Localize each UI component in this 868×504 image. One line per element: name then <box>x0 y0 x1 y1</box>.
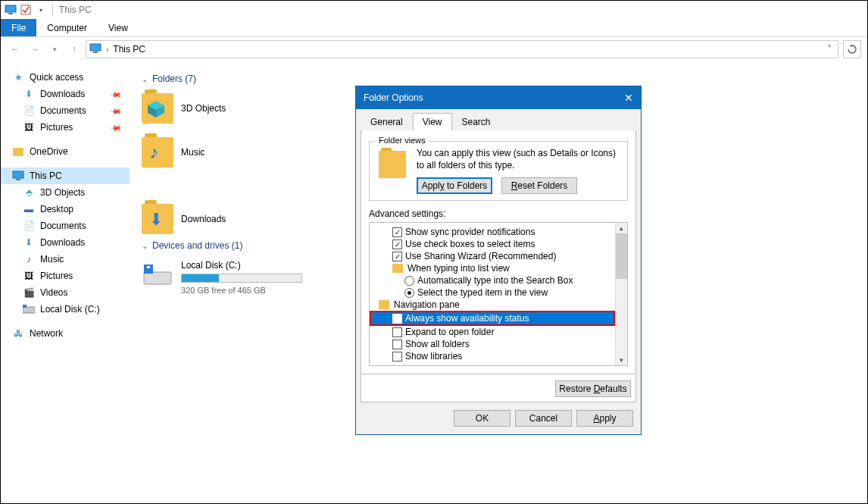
ok-button[interactable]: OK <box>454 410 510 427</box>
tab-view[interactable]: View <box>413 113 452 131</box>
tab-general[interactable]: General <box>361 113 413 131</box>
opt-auto-search[interactable]: Automatically type into the Search Box <box>371 274 614 286</box>
folder-views-icon <box>379 151 406 178</box>
nav-onedrive[interactable]: OneDrive <box>1 143 130 160</box>
opt-sync-notifications[interactable]: Show sync provider notifications <box>371 226 614 238</box>
folder-icon <box>142 93 173 124</box>
tab-view[interactable]: View <box>98 19 139 36</box>
scroll-thumb[interactable] <box>616 233 627 279</box>
checkbox-icon[interactable] <box>392 252 402 261</box>
window-title: This PC <box>59 5 92 15</box>
opt-show-all-folders[interactable]: Show all folders <box>371 338 614 350</box>
checkbox-icon[interactable] <box>392 352 402 362</box>
svg-rect-0 <box>5 5 16 12</box>
disk-free-text: 320 GB free of 465 GB <box>181 286 302 295</box>
address-drop-icon[interactable]: ˅ <box>824 44 835 55</box>
radio-icon[interactable] <box>404 288 414 298</box>
svg-rect-4 <box>93 52 98 53</box>
restore-defaults-button[interactable]: Restore Defaults <box>555 380 631 397</box>
nav-pane: ★Quick access ⬇Downloads📌 📄Documents📌 🖼P… <box>1 61 130 503</box>
pic-icon: 🖼 <box>22 121 36 133</box>
chevron-down-icon: ⌄ <box>142 242 148 250</box>
reset-folders-button[interactable]: Reset Folders <box>501 177 577 194</box>
nav-pictures-2[interactable]: 🖼Pictures <box>1 268 130 284</box>
folder-views-group: Folder views You can apply this view (su… <box>369 141 628 201</box>
cancel-button[interactable]: Cancel <box>515 410 572 427</box>
opt-typing-group[interactable]: When typing into list view <box>371 262 614 274</box>
folder-downloads[interactable]: ⬇Downloads <box>142 204 293 234</box>
ribbon-tabs: File Computer View <box>1 19 867 37</box>
up-button[interactable]: ↑ <box>66 41 83 58</box>
download-icon: ⬇ <box>22 88 36 100</box>
opt-checkboxes[interactable]: Use check boxes to select items <box>371 238 614 250</box>
svg-rect-3 <box>90 44 101 51</box>
scroll-down-icon[interactable]: ▾ <box>620 355 623 365</box>
nav-3d-objects[interactable]: ⬘3D Objects <box>1 184 130 201</box>
dialog-tabs: General View Search <box>356 109 641 130</box>
folder-icon <box>392 264 403 273</box>
opt-select-typed[interactable]: Select the typed item in the view <box>371 286 614 299</box>
address-bar[interactable]: › This PC ˅ <box>86 40 838 58</box>
checkbox-icon[interactable] <box>392 239 402 249</box>
folder-music[interactable]: ♪Music <box>142 137 293 167</box>
desktop-icon: ▬ <box>22 203 36 215</box>
opt-show-libraries[interactable]: Show libraries <box>371 350 614 362</box>
radio-icon[interactable] <box>404 276 414 286</box>
folder-icon: ⬇ <box>142 204 173 234</box>
pc-icon <box>11 170 25 182</box>
opt-availability-status[interactable]: Always show availability status <box>371 312 614 324</box>
dialog-titlebar[interactable]: Folder Options ✕ <box>356 86 641 109</box>
addr-pc-icon <box>89 43 103 55</box>
nav-downloads[interactable]: ⬇Downloads📌 <box>1 86 130 102</box>
nav-music[interactable]: ♪Music <box>1 251 130 268</box>
recent-drop[interactable]: ▾ <box>46 41 63 58</box>
forward-button[interactable]: → <box>27 41 43 58</box>
qat-drop-icon[interactable]: ▾ <box>34 4 48 16</box>
chevron-right-icon[interactable]: › <box>106 45 108 54</box>
tab-computer[interactable]: Computer <box>36 19 98 36</box>
nav-quick-access[interactable]: ★Quick access <box>1 69 130 86</box>
opt-expand-folder[interactable]: Expand to open folder <box>371 326 614 338</box>
nav-local-disk[interactable]: Local Disk (C:) <box>1 301 130 318</box>
video-icon: 🎬 <box>22 286 36 299</box>
refresh-button[interactable] <box>843 40 861 58</box>
nav-desktop[interactable]: ▬Desktop <box>1 201 130 218</box>
opt-sharing-wizard[interactable]: Use Sharing Wizard (Recommended) <box>371 250 614 262</box>
apply-button[interactable]: Apply <box>576 410 633 427</box>
nav-videos[interactable]: 🎬Videos <box>1 284 130 301</box>
checkbox-icon[interactable] <box>392 340 402 349</box>
close-button[interactable]: ✕ <box>624 92 633 104</box>
doc-icon: 📄 <box>22 220 36 232</box>
svg-rect-7 <box>23 307 35 313</box>
checkbox-icon[interactable] <box>392 227 402 237</box>
tab-file[interactable]: File <box>1 19 36 36</box>
scroll-up-icon[interactable]: ▴ <box>620 223 623 233</box>
nav-documents[interactable]: 📄Documents📌 <box>1 102 130 119</box>
nav-downloads-2[interactable]: ⬇Downloads <box>1 234 130 251</box>
apply-to-folders-button[interactable]: Apply to Folders <box>417 177 492 194</box>
advanced-settings-list[interactable]: Show sync provider notifications Use che… <box>369 222 628 366</box>
checkbox-icon[interactable] <box>392 314 402 324</box>
scrollbar[interactable]: ▴ ▾ <box>615 223 627 365</box>
back-button[interactable]: ← <box>7 41 23 58</box>
opt-navpane-group[interactable]: Navigation pane <box>371 299 614 311</box>
props-icon[interactable] <box>19 4 33 16</box>
nav-this-pc[interactable]: This PC <box>1 167 130 184</box>
pin-icon: 📌 <box>110 121 122 133</box>
checkbox-icon[interactable] <box>392 327 402 337</box>
svg-rect-1 <box>8 13 13 14</box>
nav-network[interactable]: 🖧Network <box>1 325 130 342</box>
pin-icon: 📌 <box>110 88 122 100</box>
disk-label: Local Disk (C:) <box>181 260 302 271</box>
svg-rect-10 <box>144 265 153 274</box>
doc-icon: 📄 <box>22 105 36 117</box>
nav-pictures[interactable]: 🖼Pictures📌 <box>1 119 130 136</box>
address-text[interactable]: This PC <box>113 44 824 55</box>
folder-3d-objects[interactable]: 3D Objects <box>142 93 293 124</box>
nav-documents-2[interactable]: 📄Documents <box>1 218 130 234</box>
folder-icon <box>379 300 389 309</box>
tab-search[interactable]: Search <box>452 113 501 131</box>
group-legend: Folder views <box>376 136 429 145</box>
folder-views-desc: You can apply this view (such as Details… <box>417 148 621 171</box>
folders-group-header[interactable]: ⌄Folders (7) <box>142 74 855 84</box>
